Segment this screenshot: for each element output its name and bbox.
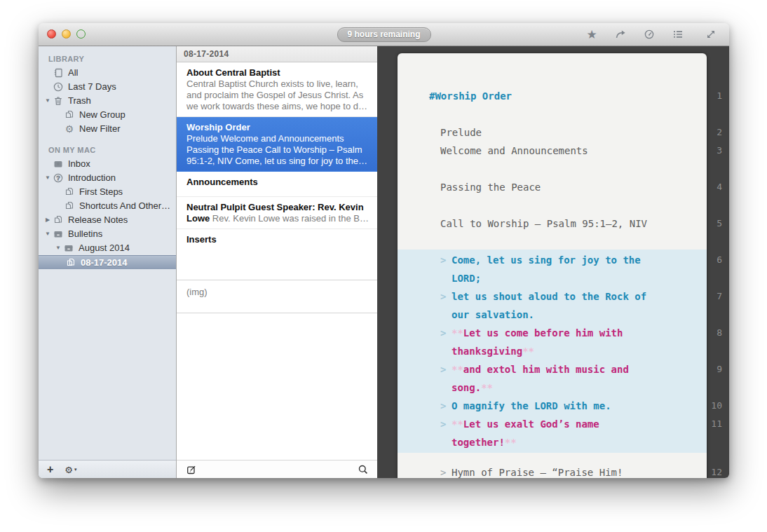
- line-number: 6: [707, 254, 722, 266]
- bold-marker: **: [505, 437, 517, 448]
- blockquote-marker: >: [440, 287, 446, 306]
- sidebar-item-introduction[interactable]: ▼ ? Introduction: [39, 171, 176, 185]
- sheet-item-about-central-baptist[interactable]: About Central Baptist Central Baptist Ch…: [177, 62, 377, 117]
- editor-line[interactable]: Call to Worship — Psalm 95:1–2, NIV: [440, 214, 652, 233]
- editor-line[interactable]: Passing the Peace: [440, 178, 652, 196]
- sidebar-item-all[interactable]: All: [39, 66, 176, 80]
- writing-goal-icon[interactable]: [642, 27, 656, 41]
- sidebar-item-08-17-2014[interactable]: 08-17-2014: [39, 255, 176, 269]
- inbox-icon: [53, 158, 64, 170]
- line-number: 9: [707, 363, 722, 376]
- sidebar-item-inbox[interactable]: Inbox: [39, 157, 176, 171]
- sidebar-settings-button[interactable]: ⚙▾: [65, 465, 76, 475]
- editor-line[interactable]: Welcome and Announcements: [440, 142, 652, 160]
- sidebar-item-first-steps[interactable]: First Steps: [39, 185, 176, 199]
- attachments-list-icon[interactable]: [671, 27, 685, 41]
- blockquote-marker: >: [440, 397, 446, 415]
- line-number: 1: [707, 90, 722, 102]
- line-number: 2: [707, 126, 722, 139]
- editor-quote-line[interactable]: >**and extol him with music and song.**: [440, 360, 652, 397]
- pages-icon: [64, 186, 75, 198]
- sidebar-item-last-7-days[interactable]: Last 7 Days: [39, 80, 176, 94]
- section-header-on-my-mac: ON MY MAC: [39, 143, 176, 157]
- line-number: 8: [707, 327, 722, 339]
- favorite-star-icon[interactable]: ★: [585, 27, 599, 41]
- writing-goal-badge[interactable]: 9 hours remaining: [337, 27, 430, 42]
- sidebar-item-new-group[interactable]: New Group: [39, 108, 176, 122]
- toolbar: ★: [585, 23, 718, 46]
- trash-icon: [53, 95, 64, 107]
- editor-line[interactable]: Prelude: [440, 123, 652, 142]
- svg-text:?: ?: [56, 175, 60, 182]
- fullscreen-icon[interactable]: [704, 27, 718, 41]
- line-number: 4: [707, 181, 722, 193]
- clock-icon: [53, 81, 64, 93]
- blockquote-marker: >: [440, 324, 446, 342]
- line-number: 3: [707, 144, 722, 157]
- disclosure-triangle-collapsed[interactable]: ▶: [43, 213, 53, 227]
- line-number: 7: [707, 290, 722, 303]
- sidebar-item-shortcuts[interactable]: Shortcuts And Other…: [39, 199, 176, 213]
- drawer-icon: [63, 243, 74, 254]
- minimize-button[interactable]: [62, 29, 71, 39]
- sheets-icon: [53, 67, 64, 79]
- drawer-icon: [53, 229, 64, 240]
- sidebar-footer: + ⚙▾: [39, 460, 176, 478]
- gear-icon: ⚙: [65, 465, 73, 475]
- sheet-item-image-only[interactable]: (img): [177, 280, 377, 313]
- titlebar[interactable]: 9 hours remaining ★: [39, 23, 729, 46]
- sheet-item-inserts[interactable]: Inserts: [177, 229, 377, 280]
- compose-icon[interactable]: [186, 464, 197, 475]
- add-group-button[interactable]: +: [47, 464, 53, 475]
- line-number: 12: [707, 466, 722, 478]
- search-icon[interactable]: [358, 464, 369, 475]
- sheet-list-pane: 08-17-2014 About Central Baptist Central…: [177, 46, 377, 478]
- bold-marker: **: [452, 418, 463, 430]
- line-number: 5: [707, 217, 722, 230]
- blockquote-marker: >: [440, 360, 446, 378]
- bold-marker: **: [452, 327, 463, 339]
- editor-line-clipped[interactable]: >Hymn of Praise — “Praise Him! Praise: [440, 463, 652, 478]
- disclosure-triangle-expanded[interactable]: ▼: [43, 94, 53, 108]
- question-icon: ?: [53, 172, 64, 184]
- blockquote[interactable]: >Come, let us sing for joy to the LORD; …: [398, 250, 707, 453]
- editor-quote-line[interactable]: >**Let us exalt God’s name together!**: [440, 415, 652, 451]
- editor-line-heading[interactable]: #Worship Order: [440, 87, 652, 105]
- gear-icon: ⚙: [64, 123, 75, 135]
- editor-quote-line[interactable]: >let us shout aloud to the Rock of our s…: [440, 287, 652, 324]
- line-number: 10: [707, 400, 722, 412]
- sheet-item-neutral-pulpit[interactable]: Neutral Pulpit Guest Speaker: Rev. Kevin…: [177, 197, 377, 229]
- blockquote-marker: >: [440, 463, 446, 478]
- bold-marker: **: [481, 382, 493, 393]
- sidebar-item-new-filter[interactable]: ⚙ New Filter: [39, 122, 176, 136]
- sheet-list: About Central Baptist Central Baptist Ch…: [177, 62, 377, 460]
- blockquote-marker: >: [440, 415, 446, 433]
- editor-pane: #Worship Order Prelude Welcome and Annou…: [377, 46, 729, 478]
- close-button[interactable]: [47, 29, 56, 39]
- disclosure-triangle-expanded[interactable]: ▼: [43, 171, 53, 185]
- app-window: 9 hours remaining ★ LIBRARY: [39, 23, 729, 478]
- line-number: 11: [707, 418, 722, 430]
- window-content: LIBRARY All Last 7 Days ▼: [39, 46, 729, 478]
- desktop: 9 hours remaining ★ LIBRARY: [0, 0, 767, 532]
- editor-quote-line[interactable]: >**Let us come before him with thanksgiv…: [440, 324, 652, 360]
- disclosure-triangle-expanded[interactable]: ▼: [43, 227, 53, 241]
- bold-marker: **: [522, 346, 534, 357]
- sheet-item-announcements[interactable]: Announcements: [177, 172, 377, 197]
- sheet-icon: [65, 257, 76, 268]
- sidebar-item-trash[interactable]: ▼ Trash: [39, 94, 176, 108]
- blockquote-marker: >: [440, 251, 446, 269]
- disclosure-triangle-expanded[interactable]: ▼: [53, 241, 63, 255]
- bold-marker: **: [452, 364, 463, 375]
- sidebar-item-release-notes[interactable]: ▶ Release Notes: [39, 213, 176, 227]
- sidebar-item-august-2014[interactable]: ▼ August 2014: [39, 241, 176, 255]
- share-icon[interactable]: [613, 27, 627, 41]
- pages-icon: [64, 109, 75, 121]
- editor-quote-line[interactable]: >Come, let us sing for joy to the LORD;: [440, 251, 652, 287]
- sheet-list-footer: [177, 460, 377, 478]
- sidebar-item-bulletins[interactable]: ▼ Bulletins: [39, 227, 176, 241]
- zoom-button[interactable]: [76, 29, 86, 39]
- sheet-item-worship-order[interactable]: Worship Order Prelude Welcome and Announ…: [177, 117, 377, 172]
- editor-sheet[interactable]: #Worship Order Prelude Welcome and Annou…: [398, 53, 707, 478]
- editor-quote-line[interactable]: >O magnify the LORD with me.: [440, 397, 652, 415]
